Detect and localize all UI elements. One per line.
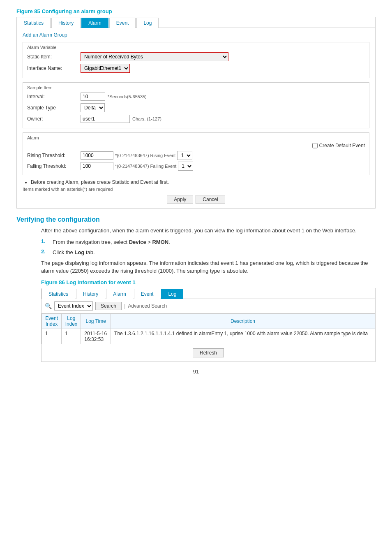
interface-select[interactable]: GigabitEthernet1/0/1 [81,64,130,73]
table-row: 1 1 2011-5-1616:32:53 The 1.3.6.1.2.1.16… [42,329,375,344]
tab-alarm-1[interactable]: Alarm [81,18,108,28]
step1: 1. From the navigation tree, select Devi… [41,238,376,246]
tab-event-1[interactable]: Event [109,18,136,28]
step1-num: 1. [41,238,53,246]
figure85-body: Add an Alarm Group Alarm Variable Static… [17,28,375,208]
figure85-title: Figure 85 Configuring an alarm group [16,8,376,14]
alarm-legend: Alarm [27,135,365,140]
rising-input[interactable] [81,151,113,160]
sample-item-legend: Sample Item [27,85,365,90]
interval-label: Interval: [27,94,81,100]
verifying-heading: Verifying the configuration [16,216,376,223]
sample-type-row: Sample Type Delta [27,103,365,112]
interval-row: Interval: *Seconds(5-65535) [27,93,365,101]
verifying-para2: The page displaying log information appe… [41,259,376,275]
rising-event-select[interactable]: 1 [177,151,192,160]
cell-description: The 1.3.6.1.2.1.16.1.1.1.4.1 defined in … [111,329,375,344]
step2-text: Click the Log tab. [53,248,376,257]
col-description: Description [111,313,375,329]
add-alarm-group-link[interactable]: Add an Alarm Group [23,32,369,38]
step1-text: From the navigation tree, select Device … [53,238,376,246]
interval-input[interactable] [81,93,105,101]
separator: | [124,303,125,309]
static-item-label: Static Item: [27,54,81,60]
interface-row: Interface Name: GigabitEthernet1/0/1 [27,64,365,73]
cell-event-index: 1 [42,329,62,344]
cell-log-index: 1 [62,329,81,344]
form-buttons: Apply Cancel [23,195,369,204]
sample-item-section: Sample Item Interval: *Seconds(5-65535) … [23,82,369,128]
search-bar: 🔍 Event Index Search | Advanced Search [42,299,375,313]
tab-log-2[interactable]: Log [161,289,183,299]
rising-threshold-row: Rising Threshold: *(0-2147483647) Rising… [27,151,365,160]
create-default-checkbox[interactable] [312,143,318,148]
search-button[interactable]: Search [95,302,122,310]
event-index-select[interactable]: Event Index [54,301,93,311]
tab-history-1[interactable]: History [51,18,81,28]
sample-type-label: Sample Type [27,105,81,111]
figure86-tab-bar: Statistics History Alarm Event Log [42,288,375,299]
figure86-panel: Statistics History Alarm Event Log 🔍 Eve… [41,288,376,362]
figure85-section: Figure 85 Configuring an alarm group Sta… [16,8,376,209]
rising-label: Rising Threshold: [27,153,81,158]
col-event-index: EventIndex [42,313,62,329]
note1: Before creating Alarm, please create Sta… [31,179,369,185]
falling-event-select[interactable]: 1 [178,162,193,171]
alarm-variable-section: Alarm Variable Static Item: Number of Re… [23,42,369,78]
figure85-tab-bar: Statistics History Alarm Event Log [17,17,375,28]
log-table: EventIndex LogIndex Log Time Description… [42,313,375,344]
note-list: Before creating Alarm, please create Sta… [31,179,369,185]
create-default-label: Create Default Event [319,143,365,148]
alarm-section: Alarm Create Default Event Rising Thresh… [23,132,369,175]
figure85-panel: Statistics History Alarm Event Log Add a… [16,17,376,209]
step2-num: 2. [41,248,53,257]
falling-threshold-row: Falling Threshold: *(0-2147483647) Falli… [27,162,365,171]
figure86-section: Figure 86 Log information for event 1 St… [41,279,376,362]
static-item-select[interactable]: Number of Received Bytes [81,52,228,61]
tab-log-1[interactable]: Log [136,18,159,28]
falling-input[interactable] [81,162,113,170]
col-log-index: LogIndex [62,313,81,329]
tab-statistics-1[interactable]: Statistics [17,18,51,28]
figure86-title: Figure 86 Log information for event 1 [41,279,376,285]
refresh-button[interactable]: Refresh [193,348,224,357]
owner-row: Owner: Chars. (1-127) [27,115,365,123]
refresh-row: Refresh [42,344,375,362]
static-item-row: Static Item: Number of Received Bytes [27,52,365,61]
apply-button[interactable]: Apply [167,195,193,204]
interface-label: Interface Name: [27,65,81,71]
verifying-para1: After the above configuration, when the … [41,227,376,235]
tab-statistics-2[interactable]: Statistics [42,289,75,299]
tab-alarm-2[interactable]: Alarm [106,289,133,299]
cell-log-time: 2011-5-1616:32:53 [81,329,111,344]
tab-history-2[interactable]: History [76,289,105,299]
log-table-header: EventIndex LogIndex Log Time Description [42,313,375,329]
verifying-section: Verifying the configuration After the ab… [16,216,376,362]
create-default-row: Create Default Event [27,143,365,148]
owner-label: Owner: [27,116,81,122]
falling-hint: *(0-2147483647) Falling Event [115,164,176,169]
advanced-search-link[interactable]: Advanced Search [128,303,167,309]
interval-hint: *Seconds(5-65535) [108,94,147,99]
owner-hint: Chars. (1-127) [132,116,161,121]
rising-hint: *(0-2147483647) Rising Event [115,153,175,158]
alarm-variable-legend: Alarm Variable [27,45,365,50]
tab-event-2[interactable]: Event [134,289,161,299]
verifying-content: After the above configuration, when the … [41,227,376,362]
falling-label: Falling Threshold: [27,163,81,169]
log-table-body: 1 1 2011-5-1616:32:53 The 1.3.6.1.2.1.16… [42,329,375,344]
sample-type-select[interactable]: Delta [81,103,105,112]
owner-input[interactable] [81,115,130,123]
step2: 2. Click the Log tab. [41,248,376,257]
page-number: 91 [16,368,376,375]
cancel-button[interactable]: Cancel [196,195,225,204]
note2: Items marked with an asterisk(*) are req… [23,187,369,192]
search-icon: 🔍 [45,303,52,309]
col-log-time: Log Time [81,313,111,329]
